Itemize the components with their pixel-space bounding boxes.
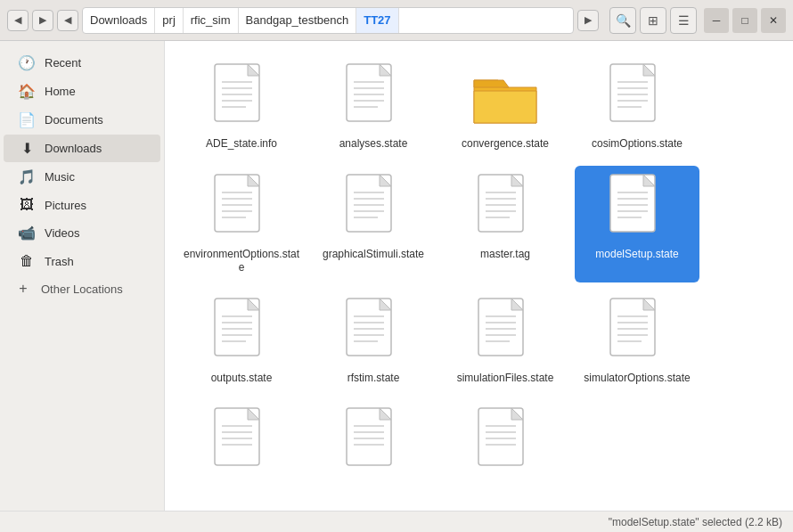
filter-button[interactable]: ⊞	[640, 7, 666, 34]
documents-icon: 📄	[18, 111, 36, 128]
file-name-outputs-state: outputs.state	[211, 372, 273, 386]
breadcrumb-tt27[interactable]: TT27	[356, 8, 398, 33]
titlebar: ◀ ▶ ◀ Downloads prj rfic_sim Bandgap_tes…	[0, 0, 793, 41]
sidebar-label-documents: Documents	[45, 113, 103, 127]
file-area: ADE_state.info analyses.state	[165, 41, 793, 511]
file-item-convergence-state[interactable]: convergence.state	[443, 55, 568, 159]
file-icon-cosimoptions-state	[601, 62, 673, 134]
file-item-modelsetup-state[interactable]: modelSetup.state	[575, 166, 699, 282]
recent-icon: 🕐	[18, 54, 36, 71]
file-item-simulatoroptions-state[interactable]: simulatorOptions.state	[575, 290, 699, 393]
breadcrumb-bar: Downloads prj rfic_sim Bandgap_testbench…	[82, 7, 574, 34]
file-icon-analyses-state	[338, 62, 409, 134]
file-icon-environmentoptions-state	[206, 173, 277, 244]
file-name-rfstim-state: rfstim.state	[347, 372, 400, 386]
file-item-extra2[interactable]	[311, 399, 436, 488]
file-icon-extra2	[338, 406, 409, 478]
breadcrumb-left-arrow[interactable]: ◀	[57, 10, 78, 31]
file-icon-modelsetup-state	[601, 173, 673, 244]
breadcrumb-right-arrow[interactable]: ▶	[577, 10, 599, 31]
sidebar-item-home[interactable]: 🏠 Home	[4, 78, 160, 105]
file-name-graphicalstimuli-state: graphicalStimuli.state	[323, 248, 424, 262]
file-icon-ade-state-info	[206, 62, 277, 134]
file-icon-rfstim-state	[338, 297, 409, 368]
file-icon-graphicalstimuli-state	[338, 173, 409, 244]
file-icon-simulatoroptions-state	[601, 297, 673, 368]
file-item-rfstim-state[interactable]: rfstim.state	[311, 290, 436, 393]
statusbar: "modelSetup.state" selected (2.2 kB)	[0, 511, 793, 532]
maximize-button[interactable]: □	[732, 8, 757, 33]
sidebar-label-videos: Videos	[45, 226, 80, 240]
file-item-extra3[interactable]	[443, 399, 568, 488]
file-name-master-tag: master.tag	[480, 248, 530, 262]
sidebar: 🕐 Recent 🏠 Home 📄 Documents ⬇ Downloads …	[0, 41, 165, 511]
file-item-extra1[interactable]	[179, 399, 304, 488]
file-name-cosimoptions-state: cosimOptions.state	[592, 137, 683, 151]
file-item-simulationfiles-state[interactable]: simulationFiles.state	[443, 290, 568, 393]
window-controls: ─ □ ✕	[704, 8, 786, 33]
close-button[interactable]: ✕	[761, 8, 786, 33]
file-item-graphicalstimuli-state[interactable]: graphicalStimuli.state	[311, 166, 436, 282]
sidebar-label-recent: Recent	[45, 56, 81, 70]
file-item-cosimoptions-state[interactable]: cosimOptions.state	[575, 55, 699, 159]
file-icon-master-tag	[470, 173, 541, 244]
breadcrumb-prj[interactable]: prj	[155, 8, 183, 33]
minimize-button[interactable]: ─	[704, 8, 729, 33]
file-icon-simulationfiles-state	[470, 297, 541, 368]
sidebar-item-other-locations[interactable]: + Other Locations	[0, 275, 164, 302]
trash-icon: 🗑	[18, 253, 36, 269]
main-content: 🕐 Recent 🏠 Home 📄 Documents ⬇ Downloads …	[0, 41, 793, 511]
breadcrumb-bandgap[interactable]: Bandgap_testbench	[239, 8, 357, 33]
file-name-convergence-state: convergence.state	[462, 137, 549, 151]
sidebar-label-downloads: Downloads	[45, 142, 102, 155]
music-icon: 🎵	[18, 168, 36, 185]
videos-icon: 📹	[18, 225, 36, 241]
file-icon-extra3	[470, 406, 541, 478]
sidebar-label-trash: Trash	[45, 255, 74, 268]
sidebar-item-recent[interactable]: 🕐 Recent	[4, 49, 160, 77]
sidebar-item-documents[interactable]: 📄 Documents	[4, 106, 160, 134]
list-view-button[interactable]: ☰	[670, 7, 697, 34]
file-item-environmentoptions-state[interactable]: environmentOptions.state	[179, 166, 304, 282]
file-name-analyses-state: analyses.state	[339, 137, 408, 151]
file-name-ade-state-info: ADE_state.info	[206, 137, 277, 151]
file-name-simulationfiles-state: simulationFiles.state	[457, 372, 554, 386]
file-item-master-tag[interactable]: master.tag	[443, 166, 568, 282]
downloads-icon: ⬇	[18, 140, 36, 157]
file-item-ade-state-info[interactable]: ADE_state.info	[179, 55, 304, 159]
sidebar-label-home: Home	[45, 85, 76, 98]
sidebar-label-other-locations: Other Locations	[41, 282, 123, 296]
sidebar-item-pictures[interactable]: 🖼 Pictures	[4, 192, 160, 218]
home-icon: 🏠	[18, 83, 36, 100]
sidebar-label-music: Music	[45, 170, 75, 184]
file-icon-convergence-state	[470, 62, 541, 134]
breadcrumb-downloads[interactable]: Downloads	[83, 8, 155, 33]
sidebar-item-music[interactable]: 🎵 Music	[4, 163, 160, 191]
toolbar-right: 🔍 ⊞ ☰	[609, 7, 697, 34]
back-button[interactable]: ◀	[7, 10, 29, 31]
file-name-simulatoroptions-state: simulatorOptions.state	[584, 372, 690, 386]
forward-button[interactable]: ▶	[32, 10, 53, 31]
sidebar-item-videos[interactable]: 📹 Videos	[4, 219, 160, 247]
file-name-environmentoptions-state: environmentOptions.state	[183, 248, 300, 275]
file-icon-outputs-state	[206, 297, 277, 368]
search-button[interactable]: 🔍	[609, 7, 636, 34]
sidebar-item-downloads[interactable]: ⬇ Downloads	[4, 135, 160, 162]
file-item-analyses-state[interactable]: analyses.state	[311, 55, 436, 159]
add-location-icon: +	[14, 281, 32, 297]
file-icon-extra1	[206, 406, 277, 478]
file-name-modelsetup-state: modelSetup.state	[595, 248, 678, 262]
file-item-outputs-state[interactable]: outputs.state	[179, 290, 304, 393]
status-text: "modelSetup.state" selected (2.2 kB)	[609, 516, 782, 528]
breadcrumb-rfic-sim[interactable]: rfic_sim	[184, 8, 239, 33]
pictures-icon: 🖼	[18, 197, 36, 213]
sidebar-item-trash[interactable]: 🗑 Trash	[4, 248, 160, 274]
sidebar-label-pictures: Pictures	[45, 199, 86, 212]
